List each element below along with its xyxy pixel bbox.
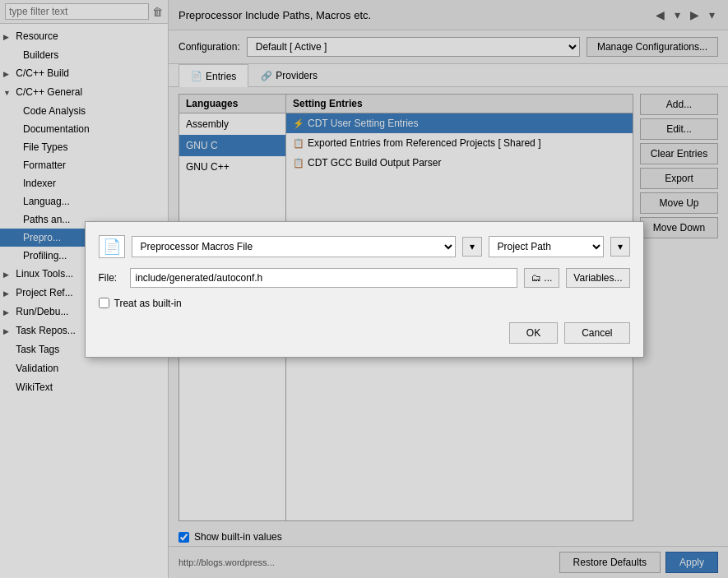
dialog-footer-buttons: OK Cancel [99,322,630,344]
dialog-path-select[interactable]: Project Path [489,236,604,257]
dialog-type-row: 📄 Preprocessor Macros File ▾ Project Pat… [99,235,630,258]
dialog-overlay: 📄 Preprocessor Macros File ▾ Project Pat… [0,0,728,578]
dialog-checkbox-row: Treat as built-in [99,298,630,309]
dialog-file-row: File: 🗂 ... Variables... [99,268,630,288]
dialog-cancel-button[interactable]: Cancel [564,322,629,344]
dialog-type-select[interactable]: Preprocessor Macros File [132,236,456,257]
dialog-file-label: File: [99,272,123,284]
dialog-type-dropdown-button[interactable]: ▾ [462,237,482,257]
dialog-variables-button[interactable]: Variables... [566,268,629,288]
treat-builtin-label[interactable]: Treat as built-in [114,298,182,309]
dialog-ok-button[interactable]: OK [509,322,558,344]
add-entry-dialog: 📄 Preprocessor Macros File ▾ Project Pat… [85,221,644,358]
dialog-file-input[interactable] [130,268,518,288]
dialog-path-dropdown-button[interactable]: ▾ [610,237,630,257]
treat-builtin-checkbox[interactable] [99,298,109,308]
dialog-type-icon: 📄 [99,235,125,258]
dialog-browse-button[interactable]: 🗂 ... [524,268,559,288]
